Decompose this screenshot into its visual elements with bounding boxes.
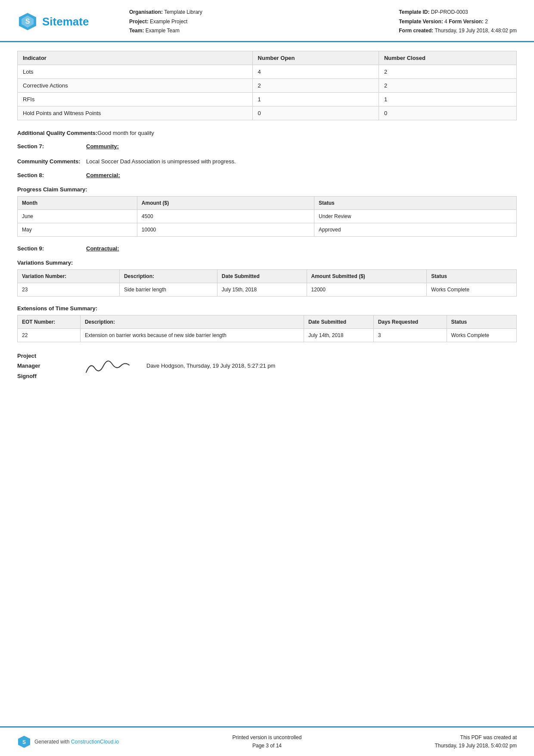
team-row: Team: Example Team xyxy=(129,26,202,36)
page-footer: S Generated with ConstructionCloud.io Pr… xyxy=(0,726,534,756)
footer-pdf-created: This PDF was created at xyxy=(405,734,517,742)
team-value: Example Team xyxy=(146,28,180,34)
footer-link[interactable]: ConstructionCloud.io xyxy=(71,739,119,745)
eot-table: EOT Number: Description: Date Submitted … xyxy=(17,315,517,342)
signoff-label-line3: Signoff xyxy=(17,371,69,381)
template-version-value: 4 xyxy=(444,19,447,25)
footer-logo: S Generated with ConstructionCloud.io xyxy=(17,735,129,749)
signature-image xyxy=(82,353,134,379)
progress-month-header: Month xyxy=(18,196,137,209)
variation-status-header: Status xyxy=(427,269,517,283)
logo-area: S Sitemate xyxy=(17,11,112,32)
variations-title: Variations Summary: xyxy=(17,259,517,266)
eot-title: Extensions of Time Summary: xyxy=(17,305,517,312)
template-version-label: Template Version: xyxy=(399,19,443,25)
variation-number-header: Variation Number: xyxy=(18,269,120,283)
eot-date-header: Date Submitted xyxy=(304,315,374,328)
section9-heading: Section 9: Contractual: xyxy=(17,245,517,252)
page-header: S Sitemate Organisation: Template Librar… xyxy=(0,0,534,42)
table-row: Corrective Actions22 xyxy=(18,78,517,92)
sitemate-logo-icon: S xyxy=(17,11,38,32)
variation-date-header: Date Submitted xyxy=(217,269,307,283)
progress-status-header: Status xyxy=(314,196,517,209)
additional-quality-label: Additional Quality Comments: xyxy=(17,129,97,137)
form-version-value: 2 xyxy=(485,19,488,25)
signoff-label-line1: Project xyxy=(17,351,69,361)
form-created-value: Thursday, 19 July 2018, 4:48:02 pm xyxy=(435,28,517,34)
form-version-label: Form Version: xyxy=(449,19,484,25)
progress-amount-header: Amount ($) xyxy=(137,196,314,209)
version-row: Template Version: 4 Form Version: 2 xyxy=(399,17,517,27)
footer-page: Page 3 of 14 xyxy=(129,742,405,750)
template-id-row: Template ID: DP-PROD-0003 xyxy=(399,8,517,17)
section7-num: Section 7: xyxy=(17,143,86,150)
project-label: Project: xyxy=(129,19,149,25)
community-comments-label: Community Comments: xyxy=(17,157,86,166)
section7-title: Community: xyxy=(86,143,119,150)
footer-middle: Printed version is uncontrolled Page 3 o… xyxy=(129,734,405,750)
table-row: Hold Points and Witness Points00 xyxy=(18,106,517,120)
footer-pdf-date: Thursday, 19 July 2018, 5:40:02 pm xyxy=(405,742,517,750)
additional-quality-row: Additional Quality Comments: Good month … xyxy=(17,129,517,137)
indicator-table: Indicator Number Open Number Closed Lots… xyxy=(17,51,517,120)
form-created-label: Form created: xyxy=(399,28,433,34)
table-row: May10000Approved xyxy=(18,223,517,236)
eot-status-header: Status xyxy=(447,315,517,328)
eot-desc-header: Description: xyxy=(80,315,304,328)
org-value: Template Library xyxy=(164,9,202,15)
variation-amount-header: Amount Submitted ($) xyxy=(307,269,427,283)
footer-logo-icon: S xyxy=(17,735,31,749)
eot-days-header: Days Requested xyxy=(373,315,447,328)
footer-uncontrolled: Printed version is uncontrolled xyxy=(129,734,405,742)
template-id-label: Template ID: xyxy=(399,9,429,15)
main-content: Indicator Number Open Number Closed Lots… xyxy=(0,42,534,398)
additional-quality-value: Good month for quality xyxy=(97,129,517,137)
footer-generated-text: Generated with ConstructionCloud.io xyxy=(34,739,119,745)
section9-title: Contractual: xyxy=(86,245,119,252)
table-row: Lots42 xyxy=(18,65,517,78)
project-row: Project: Example Project xyxy=(129,17,202,27)
number-open-col-header: Number Open xyxy=(252,51,379,65)
header-meta: Organisation: Template Library Project: … xyxy=(112,8,517,36)
signoff-info: Dave Hodgson, Thursday, 19 July 2018, 5:… xyxy=(146,362,275,369)
org-row: Organisation: Template Library xyxy=(129,8,202,17)
section9-num: Section 9: xyxy=(17,245,86,252)
indicator-col-header: Indicator xyxy=(18,51,253,65)
form-created-row: Form created: Thursday, 19 July 2018, 4:… xyxy=(399,26,517,36)
table-row: June4500Under Review xyxy=(18,209,517,223)
table-row: RFIs11 xyxy=(18,92,517,106)
svg-text:S: S xyxy=(22,739,26,745)
table-row: 22Extension on barrier works because of … xyxy=(18,328,517,342)
variations-table: Variation Number: Description: Date Subm… xyxy=(17,269,517,297)
community-comments-row: Community Comments: Local Soccer Dad Ass… xyxy=(17,157,517,166)
svg-text:S: S xyxy=(25,18,30,25)
number-closed-col-header: Number Closed xyxy=(379,51,516,65)
section8-num: Section 8: xyxy=(17,172,86,178)
section7-heading: Section 7: Community: xyxy=(17,143,517,150)
community-comments-value: Local Soccer Dad Association is unimpres… xyxy=(86,157,517,166)
project-value: Example Project xyxy=(150,19,187,25)
template-id-value: DP-PROD-0003 xyxy=(431,9,468,15)
progress-claim-table: Month Amount ($) Status June4500Under Re… xyxy=(17,196,517,237)
signoff-label-line2: Manager xyxy=(17,361,69,371)
variation-desc-header: Description: xyxy=(119,269,217,283)
team-label: Team: xyxy=(129,28,144,34)
header-meta-right: Template ID: DP-PROD-0003 Template Versi… xyxy=(399,8,517,36)
eot-number-header: EOT Number: xyxy=(18,315,81,328)
header-meta-left: Organisation: Template Library Project: … xyxy=(129,8,202,36)
section8-heading: Section 8: Commercial: xyxy=(17,172,517,178)
logo-text: Sitemate xyxy=(42,15,89,28)
footer-right: This PDF was created at Thursday, 19 Jul… xyxy=(405,734,517,750)
signoff-label: Project Manager Signoff xyxy=(17,351,69,381)
org-label: Organisation: xyxy=(129,9,163,15)
signoff-row: Project Manager Signoff Dave Hodgson, Th… xyxy=(17,351,517,381)
table-row: 23Side barrier lengthJuly 15th, 20181200… xyxy=(18,283,517,296)
section8-title: Commercial: xyxy=(86,172,120,178)
progress-claim-title: Progress Claim Summary: xyxy=(17,186,517,193)
